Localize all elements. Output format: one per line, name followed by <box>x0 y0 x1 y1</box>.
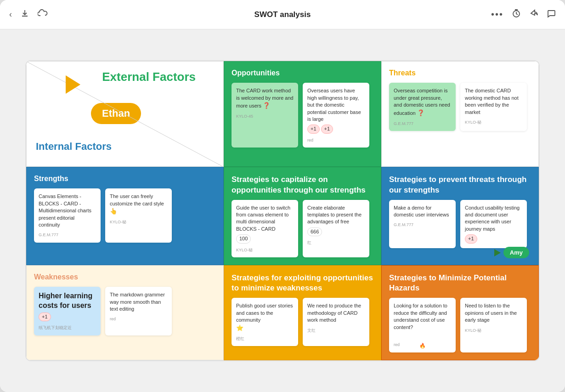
wo-card-1: Publish good user stories and cases to t… <box>232 298 298 346</box>
so-cards: Guide the user to switch from canvas ele… <box>232 200 373 258</box>
opp-card-2-reaction1: +1 <box>307 125 320 133</box>
wo-card-2-tag: 文红 <box>307 328 365 334</box>
weakness-card-2-tag: red <box>110 316 167 322</box>
wt-card-1: Looking for a solution to reduce the dif… <box>389 298 456 352</box>
threats-cell: Threats Overseas competition is under gr… <box>381 61 539 167</box>
opp-card-2: Overseas users have high willingness to … <box>303 83 369 148</box>
strength-card-1-tag: G.E.M.777 <box>39 232 96 238</box>
opp-card-1: The CARD work method is welcomed by more… <box>232 83 298 148</box>
st-card-2-text: Conduct usability testing and document u… <box>465 205 520 232</box>
weaknesses-cards: Higher learning costs for users +1 纸飞机下划… <box>34 287 216 335</box>
so-card-1-tag: KYLO-秘 <box>236 247 294 253</box>
strength-card-1: Canvas Elements - BLOCKS - CARD - Multid… <box>34 188 101 243</box>
internal-factors-label: Internal Factors <box>36 141 112 153</box>
titlebar-left: ‹ <box>9 9 48 20</box>
threat-card-1-emoji: ❓ <box>417 109 424 116</box>
st-card-2: Conduct usability testing and document u… <box>460 200 527 248</box>
header-cell: Ethan External Factors Internal Factors <box>26 61 224 167</box>
so-card-2-text: Create elaborate templates to present th… <box>307 205 362 225</box>
wt-strategies-label: Strategies to Minimize Potential Hazards <box>389 273 531 293</box>
weaknesses-cell: Weaknesses Higher learning costs for use… <box>26 265 224 360</box>
ethan-badge: Ethan <box>91 103 141 124</box>
st-strategies-cell: Strategies to prevent threats through ou… <box>381 167 539 265</box>
strengths-cell: Strengths Canvas Elements - BLOCKS - CAR… <box>26 167 224 265</box>
st-cards: Make a demo for domestic user interviews… <box>389 200 531 248</box>
threats-cards: Overseas competition is under great pres… <box>389 83 531 131</box>
opp-card-1-emoji: ❓ <box>263 102 270 109</box>
wo-cards: Publish good user stories and cases to t… <box>232 298 373 346</box>
weakness-card-1-tag: 纸飞机下划稳定近 <box>39 325 96 331</box>
st-card-2-reaction: +1 <box>465 234 477 243</box>
weakness-card-2-text: The markdown grammer way more smooth tha… <box>110 292 165 312</box>
wo-card-2-text: We need to produce the methodology of CA… <box>307 303 361 323</box>
st-card-1-tag: G.E.M.777 <box>394 222 451 228</box>
weakness-card-2: The markdown grammer way more smooth tha… <box>105 287 172 335</box>
wt-card-2-text: Need to listen to the opinions of users … <box>465 303 517 323</box>
wt-card-2-tag: KYLO-秘 <box>465 328 522 334</box>
amy-badge: Amy <box>503 247 529 258</box>
weakness-card-1-text: Higher learning costs for users <box>39 292 92 309</box>
so-card-1: Guide the user to switch from canvas ele… <box>232 200 298 258</box>
so-card-2-tag: 红 <box>307 240 365 246</box>
strength-card-2-emoji: 👆 <box>110 208 117 215</box>
st-strategies-label: Strategies to prevent threats through ou… <box>389 175 531 195</box>
share-button[interactable] <box>529 9 538 20</box>
threats-label: Threats <box>389 69 531 77</box>
wt-strategies-cell: Strategies to Minimize Potential Hazards… <box>381 265 539 360</box>
weaknesses-label: Weaknesses <box>34 273 216 281</box>
wt-card-2: Need to listen to the opinions of users … <box>460 298 527 352</box>
timer-button[interactable] <box>512 9 521 20</box>
chat-button[interactable] <box>547 9 556 20</box>
threat-card-1-tag: G.E.M.777 <box>394 121 451 127</box>
amy-cursor-area: Amy <box>494 247 529 258</box>
so-card-1-text: Guide the user to switch from canvas ele… <box>236 205 290 232</box>
opportunities-cell: Opportunities The CARD work method is we… <box>224 61 381 167</box>
wo-strategies-label: Strategies for exploiting opportunities … <box>232 273 373 293</box>
opp-card-1-tag: KYLO-45 <box>236 114 294 119</box>
wo-card-1-text: Publish good user stories and cases to t… <box>236 303 293 323</box>
canvas-area: Ethan External Factors Internal Factors … <box>0 29 565 392</box>
opp-card-2-tag: red <box>307 137 365 143</box>
wo-card-1-tag: 橙红 <box>236 336 294 342</box>
opportunities-label: Opportunities <box>232 69 373 77</box>
strength-card-2-text: The user can freely customize the card s… <box>110 193 164 206</box>
external-factors-label: External Factors <box>102 70 196 84</box>
strengths-cards: Canvas Elements - BLOCKS - CARD - Multid… <box>34 188 216 243</box>
app-window: ‹ SWOT analysis ••• <box>0 0 565 392</box>
strengths-label: Strengths <box>34 175 216 183</box>
more-button[interactable]: ••• <box>491 9 503 20</box>
cloud-button[interactable] <box>38 9 48 20</box>
wo-card-1-star: ⭐ <box>236 324 243 331</box>
so-card-2-reaction: 666 <box>307 227 322 236</box>
threat-card-2-tag: KYLO-秘 <box>465 119 522 125</box>
swot-grid: Ethan External Factors Internal Factors … <box>26 61 539 360</box>
weakness-card-1: Higher learning costs for users +1 纸飞机下划… <box>34 287 101 335</box>
swot-board: Ethan External Factors Internal Factors … <box>25 60 540 361</box>
titlebar: ‹ SWOT analysis ••• <box>0 0 565 29</box>
opp-card-2-reaction2: +1 <box>321 125 333 133</box>
page-title: SWOT analysis <box>254 10 311 19</box>
strength-card-2-tag: KYLO-秘 <box>110 219 167 225</box>
so-strategies-cell: Strategies to capitalize on opportunitie… <box>224 167 381 265</box>
wo-strategies-cell: Strategies for exploiting opportunities … <box>224 265 381 360</box>
wt-card-1-text: Looking for a solution to reduce the dif… <box>394 303 447 330</box>
fire-emoji: 🔥 <box>419 342 426 349</box>
cursor-icon <box>494 249 501 256</box>
threat-card-1: Overseas competition is under great pres… <box>389 83 456 131</box>
opp-card-2-text: Overseas users have high willingness to … <box>307 88 361 122</box>
st-card-1: Make a demo for domestic user interviews… <box>389 200 456 248</box>
so-card-2: Create elaborate templates to present th… <box>303 200 369 258</box>
threat-card-2: The domestic CARD working method has not… <box>460 83 527 131</box>
strength-card-2: The user can freely customize the card s… <box>105 188 172 243</box>
strength-card-1-text: Canvas Elements - BLOCKS - CARD - Multid… <box>39 193 91 227</box>
st-card-1-text: Make a demo for domestic user interviews <box>394 205 449 217</box>
wo-card-2: We need to produce the methodology of CA… <box>303 298 369 346</box>
download-button[interactable] <box>20 9 29 20</box>
back-button[interactable]: ‹ <box>9 10 12 19</box>
opportunities-cards: The CARD work method is welcomed by more… <box>232 83 373 148</box>
wt-cards: Looking for a solution to reduce the dif… <box>389 298 531 352</box>
threat-card-2-text: The domestic CARD working method has not… <box>465 88 519 114</box>
weakness-card-1-reaction: +1 <box>39 312 51 321</box>
titlebar-right: ••• <box>491 9 556 20</box>
so-card-1-reaction: 100 <box>236 234 251 243</box>
